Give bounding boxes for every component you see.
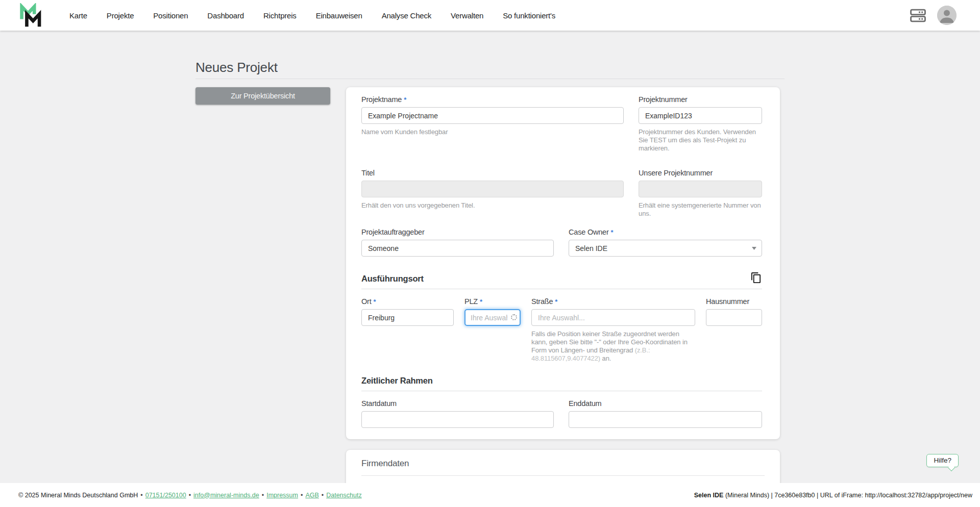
- titel-label: Titel: [361, 169, 624, 177]
- footer-separator: •: [301, 492, 303, 499]
- projektnummer-input[interactable]: [639, 107, 762, 124]
- required-marker: *: [374, 298, 376, 306]
- nav-item-so-funktionierts[interactable]: So funktioniert's: [503, 11, 555, 20]
- ort-label-text: Ort: [361, 297, 372, 306]
- strasse-hint-suffix: an.: [600, 354, 611, 362]
- footer-link-email[interactable]: info@mineral-minds.de: [193, 492, 259, 499]
- section-zeitlicher-rahmen-divider: [361, 391, 762, 391]
- footer-link-agb[interactable]: AGB: [305, 492, 318, 499]
- strasse-hint-text: Falls die Position keiner Straße zugeord…: [531, 330, 688, 354]
- chevron-down-icon: [752, 247, 756, 250]
- nav-links: Karte Projekte Positionen Dashboard Rich…: [69, 11, 555, 20]
- help-button-label: Hilfe?: [934, 457, 951, 464]
- projektnummer-label-text: Projektnummer: [639, 95, 688, 104]
- nav-item-verwalten[interactable]: Verwalten: [451, 11, 483, 20]
- hausnummer-input[interactable]: [706, 309, 762, 326]
- field-hausnummer: Hausnummer: [706, 297, 762, 363]
- server-icon[interactable]: [910, 9, 926, 22]
- required-marker: *: [611, 229, 614, 236]
- case-owner-label: Case Owner*: [569, 228, 762, 236]
- projektauftraggeber-input[interactable]: [361, 240, 554, 257]
- required-marker: *: [555, 298, 557, 306]
- copy-address-button[interactable]: [750, 272, 762, 284]
- ort-label: Ort*: [361, 297, 454, 306]
- section-zeitlicher-rahmen-header: Zeitlicher Rahmen: [361, 376, 762, 386]
- content-container: Neues Projekt Zur Projektübersicht Proje…: [195, 31, 785, 483]
- footer-separator: •: [140, 492, 142, 499]
- help-button[interactable]: Hilfe?: [926, 454, 959, 467]
- firmendaten-card: Firmendaten: [346, 450, 780, 483]
- main-area: Neues Projekt Zur Projektübersicht Proje…: [0, 31, 980, 483]
- enddatum-label: Enddatum: [569, 399, 762, 408]
- section-firmendaten-title: Firmendaten: [361, 459, 765, 469]
- titel-input: [361, 181, 624, 197]
- projektname-hint: Name vom Kunden festlegbar: [361, 128, 624, 136]
- nav-item-karte[interactable]: Karte: [69, 11, 87, 20]
- enddatum-input[interactable]: [569, 411, 762, 428]
- nav-item-richtpreis[interactable]: Richtpreis: [263, 11, 297, 20]
- projektauftraggeber-label-text: Projektauftraggeber: [361, 228, 425, 236]
- field-projektauftraggeber: Projektauftraggeber: [361, 228, 554, 257]
- projektauftraggeber-label: Projektauftraggeber: [361, 228, 554, 236]
- projektnummer-label: Projektnummer: [639, 95, 762, 104]
- section-zeitlicher-rahmen-title: Zeitlicher Rahmen: [361, 376, 433, 386]
- field-strasse: Straße* Falls die Position keiner Straße…: [531, 297, 695, 363]
- left-column: Zur Projektübersicht: [195, 87, 330, 105]
- nav-item-analyse-check[interactable]: Analyse Check: [382, 11, 431, 20]
- field-unsere-projektnummer: Unsere Projektnummer Erhält eine systemg…: [639, 169, 762, 218]
- footer-separator: •: [262, 492, 264, 499]
- form-column: Projektname* Name vom Kunden festlegbar …: [346, 87, 785, 483]
- strasse-label: Straße*: [531, 297, 695, 306]
- titel-hint: Erhält den von uns vorgegebenen Titel.: [361, 201, 624, 210]
- page-title: Neues Projekt: [195, 60, 785, 75]
- projektname-input[interactable]: [361, 107, 624, 124]
- nav-item-einbauweisen[interactable]: Einbauweisen: [316, 11, 362, 20]
- nav-item-projekte[interactable]: Projekte: [107, 11, 134, 20]
- footer-link-datenschutz[interactable]: Datenschutz: [326, 492, 361, 499]
- section-ausfuehrungsort-title: Ausführungsort: [361, 274, 424, 284]
- enddatum-label-text: Enddatum: [569, 399, 602, 408]
- footer-separator: •: [189, 492, 191, 499]
- user-avatar[interactable]: [937, 6, 957, 25]
- unsere-projektnummer-input: [639, 181, 762, 197]
- footer-link-impressum[interactable]: Impressum: [266, 492, 298, 499]
- field-case-owner: Case Owner* Selen IDE: [569, 228, 762, 257]
- ort-input[interactable]: [361, 309, 454, 326]
- nav-item-positionen[interactable]: Positionen: [153, 11, 188, 20]
- nav-right-icons: [910, 6, 957, 25]
- footer-bar: © 2025 Mineral Minds Deutschland GmbH • …: [0, 483, 980, 507]
- back-to-projects-button[interactable]: Zur Projektübersicht: [195, 87, 330, 105]
- unsere-projektnummer-label: Unsere Projektnummer: [639, 169, 762, 177]
- unsere-projektnummer-label-text: Unsere Projektnummer: [639, 169, 713, 177]
- strasse-hint: Falls die Position keiner Straße zugeord…: [531, 330, 695, 363]
- required-marker: *: [480, 298, 482, 306]
- case-owner-select[interactable]: Selen IDE: [569, 240, 762, 257]
- plz-label: PLZ*: [464, 297, 521, 306]
- unsere-projektnummer-hint: Erhält eine systemgenerierte Nummer von …: [639, 201, 762, 218]
- footer-separator: •: [322, 492, 324, 499]
- nav-item-dashboard[interactable]: Dashboard: [207, 11, 244, 20]
- copy-icon: [750, 272, 762, 284]
- footer-legal: © 2025 Mineral Minds Deutschland GmbH • …: [18, 492, 362, 499]
- copyright-text: © 2025 Mineral Minds Deutschland GmbH: [18, 492, 138, 499]
- titel-label-text: Titel: [361, 169, 375, 177]
- footer-link-phone[interactable]: 07151/250100: [145, 492, 186, 499]
- loading-spinner-icon: [511, 314, 517, 320]
- person-icon: [937, 6, 957, 25]
- section-ausfuehrungsort-header: Ausführungsort: [361, 272, 762, 284]
- projektname-label-text: Projektname: [361, 95, 402, 104]
- section-firmendaten-divider: [361, 475, 765, 476]
- startdatum-input[interactable]: [361, 411, 554, 428]
- project-form-card: Projektname* Name vom Kunden festlegbar …: [346, 87, 780, 439]
- status-details: (Mineral Minds) | 7ce360e83fb0 | URL of …: [723, 492, 972, 499]
- title-divider: [195, 79, 785, 79]
- mineral-minds-logo-icon: [18, 3, 42, 29]
- hausnummer-label-text: Hausnummer: [706, 297, 749, 306]
- app-logo[interactable]: [18, 3, 42, 29]
- status-user: Selen IDE: [694, 492, 724, 499]
- projektnummer-hint: Projektnummer des Kunden. Verwenden Sie …: [639, 128, 762, 153]
- case-owner-label-text: Case Owner: [569, 228, 609, 236]
- strasse-input[interactable]: [531, 309, 695, 326]
- field-enddatum: Enddatum: [569, 399, 762, 428]
- startdatum-label-text: Startdatum: [361, 399, 397, 408]
